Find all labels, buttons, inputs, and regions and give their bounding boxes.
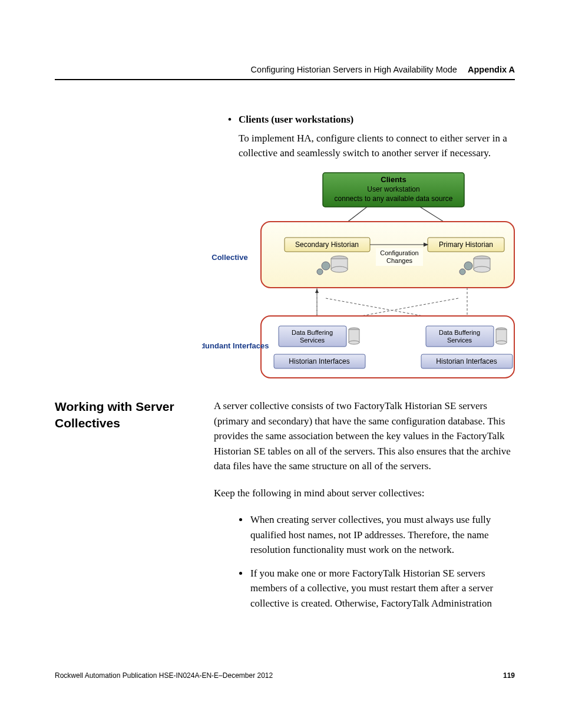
- diagram-clients-title: Clients: [381, 175, 406, 184]
- svg-point-8: [322, 262, 330, 270]
- list-item: When creating server collectives, you mu…: [249, 512, 515, 558]
- svg-point-13: [474, 266, 490, 272]
- section-bullets: When creating server collectives, you mu…: [214, 512, 515, 611]
- page-footer: Rockwell Automation Publication HSE-IN02…: [55, 671, 515, 680]
- architecture-diagram: Clients User workstation connects to any…: [202, 172, 520, 388]
- diagram-data-buffering-right-1: Data Buffering: [439, 329, 480, 336]
- section-heading: Working with Server Collectives: [55, 400, 174, 430]
- diagram-clients-line2: connects to any available data source: [335, 195, 453, 203]
- diagram-redundant-label: Redundant Interfaces: [202, 341, 269, 350]
- diagram-collective-label: Collective: [211, 253, 247, 262]
- footer-publication: Rockwell Automation Publication HSE-IN02…: [55, 671, 273, 680]
- svg-point-27: [349, 341, 359, 344]
- diagram-config-changes-1: Configuration: [380, 249, 418, 256]
- diagram-data-buffering-left-1: Data Buffering: [292, 329, 333, 336]
- header-title: Configuring Historian Servers in High Av…: [251, 65, 457, 74]
- svg-point-9: [317, 269, 323, 275]
- svg-point-15: [459, 269, 465, 275]
- diagram-data-buffering-left-2: Services: [300, 337, 325, 344]
- diagram-historian-interfaces-left: Historian Interfaces: [289, 357, 349, 365]
- svg-point-14: [464, 262, 472, 270]
- svg-point-7: [331, 266, 348, 272]
- diagram-data-buffering-right-2: Services: [447, 337, 472, 344]
- clients-bullet-title: Clients (user workstations): [239, 112, 520, 127]
- diagram-primary-historian: Primary Historian: [439, 241, 493, 249]
- clients-bullet-body: To implement HA, configure clients to co…: [239, 131, 520, 161]
- diagram-secondary-historian: Secondary Historian: [295, 241, 359, 249]
- diagram-config-changes-2: Changes: [386, 257, 413, 264]
- diagram-clients-line1: User workstation: [367, 185, 419, 193]
- header-appendix: Appendix A: [468, 65, 515, 74]
- diagram-historian-interfaces-right: Historian Interfaces: [436, 357, 497, 365]
- section-para2: Keep the following in mind about server …: [214, 486, 515, 501]
- footer-page-number: 119: [503, 671, 515, 680]
- list-item: If you make one or more FactoryTalk Hist…: [249, 566, 515, 611]
- section-para1: A server collective consists of two Fact…: [214, 398, 515, 474]
- svg-point-32: [496, 341, 507, 344]
- page-header: Configuring Historian Servers in High Av…: [55, 65, 515, 80]
